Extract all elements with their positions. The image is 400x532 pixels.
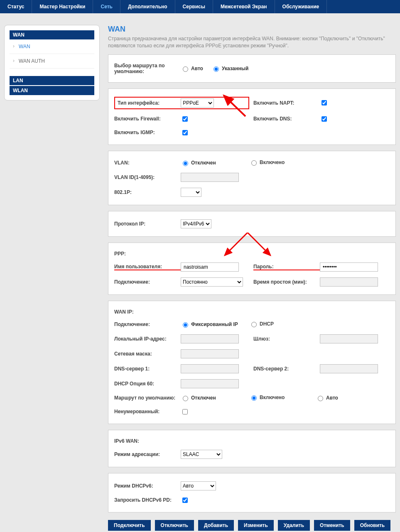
localip-label: Локальный IP-адрес: [114, 336, 181, 342]
netmask-input[interactable] [181, 349, 239, 358]
p8021-label: 802.1P: [114, 189, 181, 195]
panel-wanip: WAN IP: Подключение: Фиксированный IP DH… [108, 301, 396, 424]
connection-select[interactable]: Постоянно [181, 277, 243, 287]
defroute-label: Маршрут по умолчанию: [114, 395, 181, 401]
ipv6-mode-select[interactable]: SLAAC [181, 450, 222, 459]
route-auto-radio[interactable]: Авто [181, 65, 203, 72]
panel-default-route: Выбор маршрута по умолчанию: Авто Указан… [108, 54, 396, 83]
default-route-label: Выбор маршрута по умолчанию: [114, 63, 181, 74]
ipv6wan-header: IPv6 WAN: [114, 438, 181, 444]
vlanid-label: VLAN ID(1-4095): [114, 174, 181, 180]
dhcpv6-mode-label: Режим DHCPv6: [114, 483, 181, 489]
localip-input[interactable] [181, 334, 239, 343]
sidebar-section-wlan[interactable]: WLAN [10, 86, 94, 95]
napt-checkbox[interactable] [321, 100, 327, 105]
sidebar-item-wan[interactable]: WAN [10, 39, 94, 54]
defroute-on-radio[interactable]: Включено [249, 394, 285, 401]
panel-ppp: PPP: Имя пользователя: Пароль: Подключен… [108, 243, 396, 295]
unnumbered-label: Ненумерованный: [114, 409, 181, 414]
nav-services[interactable]: Сервисы [175, 0, 213, 13]
defroute-auto-radio[interactable]: Авто [316, 395, 338, 401]
panel-vlan: VLAN: Отключен Включено VLAN ID(1-4095):… [108, 151, 396, 205]
route-specified-radio[interactable]: Указанный [211, 65, 248, 72]
nav-maintenance[interactable]: Обслуживание [275, 0, 327, 13]
panel-ipv6wan: IPv6 WAN: Режим адресации: SLAAC [108, 430, 396, 467]
firewall-checkbox[interactable] [182, 116, 188, 122]
wanip-dhcp-radio[interactable]: DHCP [249, 321, 274, 327]
dhcp60-input[interactable] [181, 379, 239, 388]
page-description: Страница предназначена для настройки пар… [108, 35, 396, 49]
igmp-checkbox[interactable] [182, 130, 188, 135]
dns2-label: DNS-сервер 2: [253, 366, 320, 372]
p8021-select[interactable] [181, 188, 201, 197]
panel-interface: Тип интерфейса: PPPoE Включить NAPT: Вкл… [108, 88, 396, 145]
connection-label: Подключение: [114, 279, 181, 285]
dns1-label: DNS-сервер 1: [114, 366, 181, 372]
delete-button[interactable]: Удалить [278, 520, 310, 531]
main-content: WAN Страница предназначена для настройки… [108, 25, 396, 532]
vlanid-input[interactable] [181, 173, 239, 182]
gateway-input[interactable] [320, 334, 378, 343]
sidebar-section-lan[interactable]: LAN [10, 76, 94, 85]
idle-label: Время простоя (мин): [253, 279, 320, 285]
refresh-button[interactable]: Обновить [354, 520, 390, 531]
nav-network[interactable]: Сеть [93, 0, 120, 13]
idle-input[interactable] [320, 277, 378, 287]
iface-type-select[interactable]: PPPoE [181, 98, 214, 108]
dhcp60-label: DHCP Опция 60: [114, 381, 181, 387]
sidebar-item-wan-auth[interactable]: WAN AUTH [10, 54, 94, 69]
password-label: Пароль: [253, 264, 320, 270]
firewall-label: Включить Firewall: [114, 116, 181, 122]
unnumbered-checkbox[interactable] [182, 409, 188, 414]
nav-firewall[interactable]: Межсетевой Экран [213, 0, 275, 13]
dns-label: Включить DNS: [253, 116, 320, 122]
wanip-fixed-radio[interactable]: Фиксированный IP [181, 321, 238, 328]
username-input[interactable] [181, 262, 239, 272]
connect-button[interactable]: Подключить [108, 520, 151, 531]
password-input[interactable] [320, 262, 378, 272]
proto-label: Протокол IP: [114, 221, 181, 227]
sidebar-section-wan[interactable]: WAN [10, 30, 94, 39]
wanip-header: WAN IP: [114, 309, 181, 315]
vlan-label: VLAN: [114, 160, 181, 166]
edit-button[interactable]: Изменить [238, 520, 274, 531]
vlan-off-radio[interactable]: Отключен [181, 159, 216, 166]
netmask-label: Сетевая маска: [114, 351, 181, 357]
cancel-button[interactable]: Отменить [314, 520, 350, 531]
ipv6-mode-label: Режим адресации: [114, 451, 181, 457]
iface-type-label: Тип интерфейса: [118, 100, 181, 106]
username-label: Имя пользователя: [114, 264, 181, 270]
dhcpv6-pd-checkbox[interactable] [182, 498, 188, 503]
dhcpv6-pd-label: Запросить DHCPv6 PD: [114, 497, 181, 503]
add-button[interactable]: Добавить [198, 520, 234, 531]
panel-dhcpv6: Режим DHCPv6: Авто Запросить DHCPv6 PD: [108, 473, 396, 512]
dhcpv6-mode-select[interactable]: Авто [181, 481, 216, 490]
ppp-label: PPP: [114, 251, 181, 257]
gateway-label: Шлюз: [253, 336, 320, 342]
igmp-label: Включить IGMP: [114, 130, 181, 135]
panel-ip-protocol: Протокол IP: IPv4/IPv6 [108, 211, 396, 237]
proto-select[interactable]: IPv4/IPv6 [181, 219, 211, 228]
sidebar: WAN WAN WAN AUTH LAN WLAN [4, 25, 100, 532]
nav-status[interactable]: Статус [0, 0, 32, 13]
action-buttons: Подключить Отключить Добавить Изменить У… [108, 518, 396, 532]
nav-wizard[interactable]: Мастер Настройки [32, 0, 93, 13]
dns2-input[interactable] [320, 364, 378, 373]
page-title: WAN [108, 25, 396, 34]
defroute-off-radio[interactable]: Отключен [181, 395, 216, 401]
nav-advanced[interactable]: Дополнительно [120, 0, 175, 13]
vlan-on-radio[interactable]: Включено [249, 159, 285, 166]
dns-checkbox[interactable] [321, 116, 327, 122]
wanip-conn-label: Подключение: [114, 321, 181, 327]
dns1-input[interactable] [181, 364, 239, 373]
disconnect-button[interactable]: Отключить [155, 520, 194, 531]
top-nav: Статус Мастер Настройки Сеть Дополнитель… [0, 0, 400, 13]
napt-label: Включить NAPT: [253, 100, 320, 106]
